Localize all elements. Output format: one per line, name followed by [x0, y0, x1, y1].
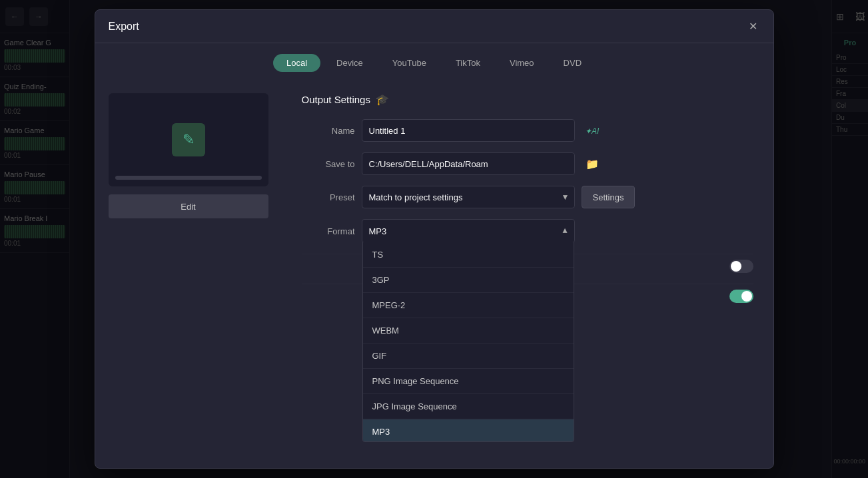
ai-button[interactable]: ✦AI [582, 120, 603, 141]
modal-overlay: Export ✕ Local Device YouTube TikTok Vim… [0, 0, 868, 478]
format-option-png-seq[interactable]: PNG Image Sequence [363, 369, 574, 394]
format-option-jpg-seq[interactable]: JPG Image Sequence [363, 394, 574, 419]
preset-label: Preset [302, 192, 355, 202]
tab-device[interactable]: Device [323, 54, 376, 72]
toggle-2-thumb [741, 291, 752, 302]
save-to-row: Save to 📁 [302, 152, 753, 175]
format-selected-display[interactable]: MP3 ▼ [362, 220, 574, 242]
name-label: Name [302, 126, 355, 136]
dialog-title: Export [109, 21, 139, 33]
dialog-tabs: Local Device YouTube TikTok Vimeo DVD [95, 43, 773, 80]
format-option-mpeg2[interactable]: MPEG-2 [363, 293, 574, 318]
export-dialog: Export ✕ Local Device YouTube TikTok Vim… [95, 9, 774, 469]
tab-youtube[interactable]: YouTube [379, 54, 440, 72]
svg-text:✦AI: ✦AI [585, 126, 600, 136]
dialog-body: ✎ Edit Output Settings 🎓 Name [95, 80, 773, 468]
preview-bar [115, 176, 262, 180]
settings-button[interactable]: Settings [582, 186, 636, 208]
format-selected-value: MP3 [369, 226, 387, 236]
format-dropdown-list: TS 3GP MPEG-2 WEBM GIF PNG Image Sequenc… [362, 242, 574, 442]
toggle-2[interactable] [729, 290, 753, 303]
tab-dvd[interactable]: DVD [550, 54, 595, 72]
preset-select-wrapper: Match to project settings ▼ [362, 186, 575, 208]
toggle-1-thumb [731, 261, 741, 272]
preview-panel: ✎ Edit [95, 80, 282, 468]
save-to-input[interactable] [362, 152, 575, 175]
edit-pencil-icon: ✎ [183, 131, 195, 148]
format-chevron-icon: ▼ [561, 226, 569, 236]
format-option-gif[interactable]: GIF [363, 344, 574, 369]
format-option-webm[interactable]: WEBM [363, 318, 574, 344]
close-button[interactable]: ✕ [744, 17, 763, 36]
format-option-ts[interactable]: TS [363, 242, 574, 268]
tab-vimeo[interactable]: Vimeo [496, 54, 548, 72]
folder-icon[interactable]: 📁 [582, 153, 603, 174]
graduation-icon: 🎓 [376, 93, 389, 106]
tab-tiktok[interactable]: TikTok [442, 54, 494, 72]
settings-panel: Output Settings 🎓 Name ✦AI Save to [282, 80, 773, 468]
save-to-label: Save to [302, 159, 355, 169]
settings-header: Output Settings 🎓 [302, 93, 753, 106]
preview-box: ✎ [109, 93, 268, 186]
name-input[interactable] [362, 119, 575, 142]
format-row: Format MP3 ▼ TS 3GP MPEG-2 WEBM GIF PN [302, 219, 753, 243]
preset-row: Preset Match to project settings ▼ Setti… [302, 186, 753, 208]
format-label: Format [302, 226, 355, 236]
toggle-1[interactable] [729, 260, 753, 273]
name-row: Name ✦AI [302, 119, 753, 142]
format-option-3gp[interactable]: 3GP [363, 268, 574, 293]
preset-select[interactable]: Match to project settings [362, 186, 575, 208]
preview-icon: ✎ [172, 123, 205, 156]
format-option-mp3[interactable]: MP3 [363, 419, 574, 442]
dialog-header: Export ✕ [95, 10, 773, 43]
output-settings-title: Output Settings [302, 94, 370, 105]
tab-local[interactable]: Local [273, 54, 320, 72]
edit-button[interactable]: Edit [109, 194, 268, 218]
format-select-wrapper: MP3 ▼ TS 3GP MPEG-2 WEBM GIF PNG Image S… [362, 219, 575, 243]
